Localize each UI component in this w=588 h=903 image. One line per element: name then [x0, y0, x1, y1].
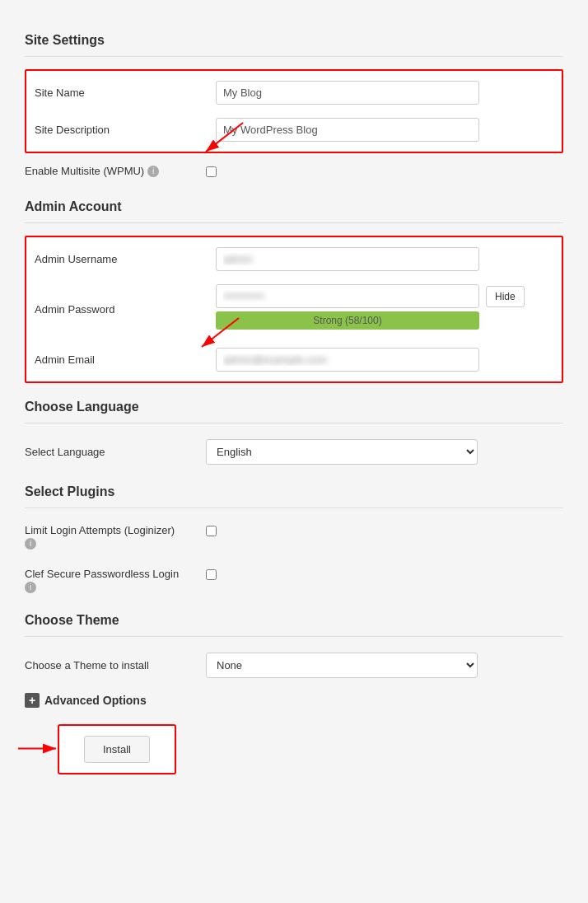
choose-language-section: Choose Language Select Language English …	[25, 400, 563, 468]
enable-multisite-label: Enable Multisite (WPMU) i	[25, 165, 206, 177]
advanced-options-icon[interactable]: +	[25, 693, 40, 708]
plugin-2-row: Clef Secure Passwordless Login i	[25, 564, 563, 597]
admin-account-section: Admin Account Admin Username Admin Passw…	[25, 199, 563, 383]
site-name-row: Site Name	[35, 77, 553, 108]
install-section: Install	[58, 724, 563, 774]
install-button[interactable]: Install	[84, 736, 150, 763]
choose-language-title: Choose Language	[25, 400, 563, 414]
admin-username-row: Admin Username	[35, 244, 553, 274]
language-select[interactable]: English Spanish French German Italian	[206, 439, 478, 465]
choose-theme-title: Choose Theme	[25, 613, 563, 628]
admin-email-row: Admin Email	[35, 344, 553, 375]
plugin-2-info-icon[interactable]: i	[25, 582, 36, 593]
site-name-input-wrap	[216, 81, 553, 105]
install-box: Install	[58, 724, 176, 774]
plugin-2-name: Clef Secure Passwordless Login	[25, 568, 179, 580]
enable-multisite-checkbox-wrap	[206, 165, 217, 180]
plugin-2-checkbox[interactable]	[206, 569, 217, 580]
site-settings-title: Site Settings	[25, 33, 563, 48]
admin-password-row: Admin Password Hide Strong (58/100)	[35, 281, 553, 338]
page-container: Site Settings Site Name Site Description	[25, 33, 563, 774]
install-arrow	[16, 736, 62, 763]
admin-email-input-wrap	[216, 348, 553, 372]
choose-theme-wrap: None Twenty Seventeen Twenty Sixteen	[206, 653, 563, 678]
password-input-row: Hide	[216, 284, 553, 308]
password-strength-bar: Strong (58/100)	[216, 311, 479, 330]
admin-account-box: Admin Username Admin Password Hide Stron…	[25, 236, 563, 383]
site-settings-section: Site Settings Site Name Site Description	[25, 33, 563, 183]
select-plugins-section: Select Plugins Limit Login Attempts (Log…	[25, 484, 563, 597]
multisite-info-icon[interactable]: i	[147, 166, 159, 177]
advanced-options-label: Advanced Options	[44, 694, 147, 707]
choose-theme-section: Choose Theme Choose a Theme to install N…	[25, 613, 563, 681]
admin-password-input[interactable]	[216, 284, 479, 308]
plugin-1-row: Limit Login Attempts (Loginizer) i	[25, 521, 563, 553]
select-language-wrap: English Spanish French German Italian	[206, 439, 563, 465]
admin-username-label: Admin Username	[35, 253, 216, 265]
site-description-label: Site Description	[35, 124, 216, 136]
admin-account-title: Admin Account	[25, 199, 563, 214]
enable-multisite-row: Enable Multisite (WPMU) i	[25, 161, 563, 183]
site-description-input-wrap	[216, 118, 553, 142]
choose-theme-row: Choose a Theme to install None Twenty Se…	[25, 649, 563, 681]
site-description-row: Site Description	[35, 115, 553, 145]
select-language-row: Select Language English Spanish French G…	[25, 436, 563, 468]
plugin-2-label: Clef Secure Passwordless Login i	[25, 568, 206, 593]
admin-password-controls: Hide Strong (58/100)	[216, 284, 553, 335]
site-name-label: Site Name	[35, 87, 216, 99]
install-button-container: Install	[58, 724, 176, 774]
enable-multisite-checkbox[interactable]	[206, 166, 217, 177]
admin-password-label: Admin Password	[35, 303, 216, 316]
theme-select[interactable]: None Twenty Seventeen Twenty Sixteen	[206, 653, 478, 678]
plugin-1-label: Limit Login Attempts (Loginizer) i	[25, 524, 206, 550]
advanced-options-section: + Advanced Options	[25, 693, 563, 708]
select-language-label: Select Language	[25, 446, 206, 458]
site-settings-box: Site Name Site Description	[25, 69, 563, 153]
plugin-1-checkbox[interactable]	[206, 526, 217, 536]
site-name-input[interactable]	[216, 81, 479, 105]
admin-username-input[interactable]	[216, 247, 479, 271]
site-description-input[interactable]	[216, 118, 479, 142]
admin-email-input[interactable]	[216, 348, 479, 372]
hide-password-button[interactable]: Hide	[486, 286, 525, 307]
choose-theme-label: Choose a Theme to install	[25, 659, 206, 671]
plugin-1-name: Limit Login Attempts (Loginizer)	[25, 524, 175, 536]
admin-email-label: Admin Email	[35, 353, 216, 366]
plugin-1-info-icon[interactable]: i	[25, 538, 36, 550]
admin-username-input-wrap	[216, 247, 553, 271]
select-plugins-title: Select Plugins	[25, 484, 563, 499]
